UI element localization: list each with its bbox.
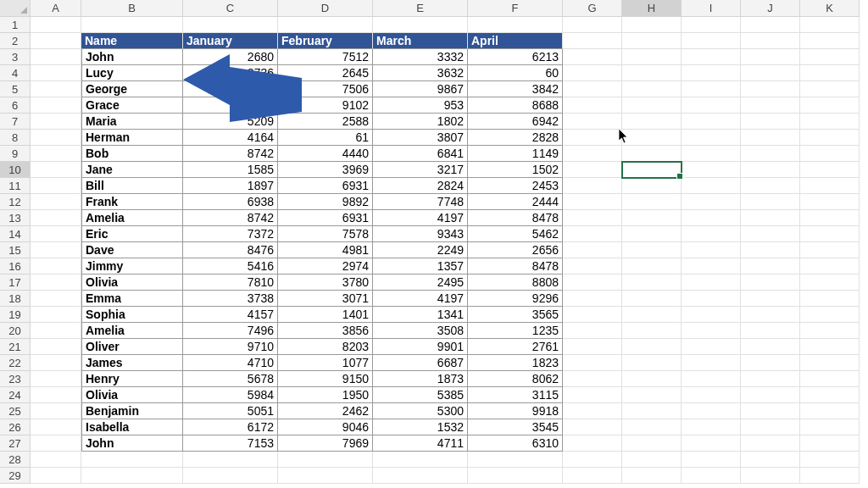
cell-A26[interactable]	[31, 419, 81, 435]
cell-A6[interactable]	[31, 97, 81, 114]
table-value-cell[interactable]: 5416	[183, 258, 278, 274]
cell-G18[interactable]	[563, 291, 622, 307]
table-name-cell[interactable]: Grace	[81, 97, 183, 114]
table-value-cell[interactable]: 2656	[468, 242, 563, 258]
table-name-cell[interactable]: Jimmy	[81, 258, 183, 274]
table-name-cell[interactable]: James	[81, 355, 183, 371]
cell-G7[interactable]	[563, 114, 622, 130]
cell-I3[interactable]	[682, 49, 741, 65]
cell-H8[interactable]	[622, 130, 682, 146]
cell-J25[interactable]	[741, 403, 800, 419]
cell-H24[interactable]	[622, 387, 682, 403]
cell-J6[interactable]	[741, 97, 800, 114]
table-value-cell[interactable]: 4197	[373, 291, 468, 307]
table-value-cell[interactable]: 8808	[468, 274, 563, 291]
cell-J2[interactable]	[741, 33, 800, 49]
table-value-cell[interactable]: 3508	[373, 323, 468, 339]
cell-I9[interactable]	[682, 146, 741, 162]
row-header-28[interactable]: 28	[0, 452, 31, 468]
table-value-cell[interactable]: 9710	[183, 339, 278, 355]
cell-K25[interactable]	[800, 403, 860, 419]
row-header-4[interactable]: 4	[0, 65, 31, 81]
cell-J18[interactable]	[741, 291, 800, 307]
cell-A17[interactable]	[31, 274, 81, 291]
table-value-cell[interactable]: 2761	[468, 339, 563, 355]
cell-F28[interactable]	[468, 452, 563, 468]
table-value-cell[interactable]: 2824	[373, 178, 468, 194]
cell-H29[interactable]	[622, 468, 682, 484]
cell-J20[interactable]	[741, 323, 800, 339]
row-header-2[interactable]: 2	[0, 33, 31, 49]
cell-K19[interactable]	[800, 307, 860, 323]
cell-H20[interactable]	[622, 323, 682, 339]
table-value-cell[interactable]: 6687	[373, 355, 468, 371]
table-name-cell[interactable]: Benjamin	[81, 403, 183, 419]
table-value-cell[interactable]: 3842	[468, 81, 563, 97]
table-name-cell[interactable]: George	[81, 81, 183, 97]
cell-H3[interactable]	[622, 49, 682, 65]
table-value-cell[interactable]: 4157	[183, 307, 278, 323]
row-header-24[interactable]: 24	[0, 387, 31, 403]
cell-J23[interactable]	[741, 371, 800, 387]
cell-J28[interactable]	[741, 452, 800, 468]
cell-H4[interactable]	[622, 65, 682, 81]
col-header-F[interactable]: F	[468, 0, 563, 17]
cell-D1[interactable]	[278, 17, 373, 33]
table-name-cell[interactable]: Isabella	[81, 419, 183, 435]
table-value-cell[interactable]: 3545	[468, 419, 563, 435]
row-header-6[interactable]: 6	[0, 97, 31, 114]
cell-A4[interactable]	[31, 65, 81, 81]
cell-G9[interactable]	[563, 146, 622, 162]
table-value-cell[interactable]: 5678	[183, 371, 278, 387]
cell-B1[interactable]	[81, 17, 183, 33]
cell-G21[interactable]	[563, 339, 622, 355]
table-value-cell[interactable]: 2249	[373, 242, 468, 258]
table-value-cell[interactable]: 7810	[183, 274, 278, 291]
table-value-cell[interactable]: 3217	[373, 162, 468, 178]
row-header-19[interactable]: 19	[0, 307, 31, 323]
cell-J15[interactable]	[741, 242, 800, 258]
cell-A20[interactable]	[31, 323, 81, 339]
cell-J8[interactable]	[741, 130, 800, 146]
row-header-9[interactable]: 9	[0, 146, 31, 162]
cell-I10[interactable]	[682, 162, 741, 178]
cell-J29[interactable]	[741, 468, 800, 484]
cell-K1[interactable]	[800, 17, 860, 33]
table-value-cell[interactable]: 1149	[468, 146, 563, 162]
table-name-cell[interactable]: Herman	[81, 130, 183, 146]
cell-E28[interactable]	[373, 452, 468, 468]
table-value-cell[interactable]: 6938	[183, 194, 278, 210]
cell-C1[interactable]	[183, 17, 278, 33]
table-value-cell[interactable]: 9150	[278, 371, 373, 387]
cell-G1[interactable]	[563, 17, 622, 33]
col-header-H[interactable]: H	[622, 0, 682, 17]
cell-H27[interactable]	[622, 435, 682, 452]
cell-G5[interactable]	[563, 81, 622, 97]
cell-A11[interactable]	[31, 178, 81, 194]
cell-D28[interactable]	[278, 452, 373, 468]
cell-K23[interactable]	[800, 371, 860, 387]
cell-K11[interactable]	[800, 178, 860, 194]
table-value-cell[interactable]: 5209	[183, 114, 278, 130]
cell-A13[interactable]	[31, 210, 81, 226]
table-value-cell[interactable]: 8478	[468, 210, 563, 226]
cell-I2[interactable]	[682, 33, 741, 49]
cell-J7[interactable]	[741, 114, 800, 130]
cell-K4[interactable]	[800, 65, 860, 81]
cell-H26[interactable]	[622, 419, 682, 435]
table-value-cell[interactable]: 9343	[373, 226, 468, 242]
cell-A7[interactable]	[31, 114, 81, 130]
cell-J12[interactable]	[741, 194, 800, 210]
table-header-april[interactable]: April	[468, 33, 563, 49]
col-header-A[interactable]: A	[31, 0, 81, 17]
cell-A27[interactable]	[31, 435, 81, 452]
cell-I19[interactable]	[682, 307, 741, 323]
cell-K15[interactable]	[800, 242, 860, 258]
cell-K29[interactable]	[800, 468, 860, 484]
table-value-cell[interactable]: 1532	[373, 419, 468, 435]
table-value-cell[interactable]: 3969	[278, 162, 373, 178]
table-header-march[interactable]: March	[373, 33, 468, 49]
cell-G13[interactable]	[563, 210, 622, 226]
cell-J9[interactable]	[741, 146, 800, 162]
table-value-cell[interactable]: 7153	[183, 435, 278, 452]
